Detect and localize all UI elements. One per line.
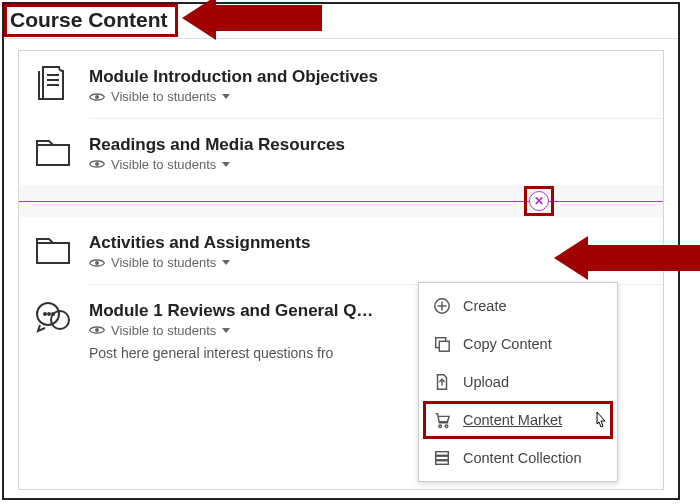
svg-point-10	[52, 313, 54, 315]
content-item-title: Readings and Media Resources	[89, 135, 345, 155]
content-item-description: Post here general interest questions fro	[89, 345, 373, 361]
menu-item-label: Copy Content	[463, 336, 603, 352]
copy-icon	[433, 335, 451, 353]
visibility-toggle[interactable]: Visible to students	[89, 157, 230, 172]
chevron-down-icon	[222, 260, 230, 265]
add-content-menu: Create Copy Content Upload Content Marke…	[418, 282, 618, 482]
content-item-title: Module 1 Reviews and General Q…	[89, 301, 373, 321]
eye-icon	[89, 91, 105, 103]
content-item-title: Module Introduction and Objectives	[89, 67, 378, 87]
svg-point-8	[44, 313, 46, 315]
eye-icon	[89, 257, 105, 269]
document-icon	[33, 63, 73, 103]
menu-item-copy-content[interactable]: Copy Content	[419, 325, 617, 363]
content-item[interactable]: Activities and Assignments Visible to st…	[19, 217, 663, 284]
menu-item-label: Content Collection	[463, 450, 603, 466]
chevron-down-icon	[222, 328, 230, 333]
chevron-down-icon	[222, 94, 230, 99]
plus-circle-icon	[433, 297, 451, 315]
visibility-label: Visible to students	[111, 157, 216, 172]
menu-item-upload[interactable]: Upload	[419, 363, 617, 401]
collection-icon	[433, 449, 451, 467]
svg-point-18	[439, 425, 442, 428]
visibility-toggle[interactable]: Visible to students	[89, 255, 230, 270]
content-item-title: Activities and Assignments	[89, 233, 310, 253]
menu-item-label: Create	[463, 298, 603, 314]
chevron-down-icon	[222, 162, 230, 167]
svg-rect-16	[439, 341, 449, 351]
menu-item-label: Upload	[463, 374, 603, 390]
visibility-toggle[interactable]: Visible to students	[89, 89, 230, 104]
svg-rect-20	[436, 452, 449, 456]
insert-line	[19, 201, 663, 202]
eye-icon	[89, 324, 105, 336]
discussion-icon	[33, 297, 73, 337]
upload-icon	[433, 373, 451, 391]
svg-rect-22	[436, 461, 449, 465]
page-title: Course Content	[10, 8, 168, 32]
menu-item-label: Content Market	[463, 412, 603, 428]
svg-point-3	[95, 95, 99, 99]
insert-zone: ✕	[19, 185, 663, 217]
visibility-toggle[interactable]: Visible to students	[89, 323, 230, 338]
folder-icon	[33, 229, 73, 269]
svg-point-11	[95, 328, 99, 332]
add-content-button[interactable]: ✕	[529, 191, 549, 211]
svg-point-5	[95, 261, 99, 265]
menu-item-content-collection[interactable]: Content Collection	[419, 439, 617, 477]
visibility-label: Visible to students	[111, 323, 216, 338]
content-item[interactable]: Readings and Media Resources Visible to …	[19, 119, 663, 186]
svg-rect-21	[436, 456, 449, 460]
menu-item-content-market[interactable]: Content Market	[419, 401, 617, 439]
svg-point-9	[48, 313, 50, 315]
visibility-label: Visible to students	[111, 255, 216, 270]
market-icon	[433, 411, 451, 429]
visibility-label: Visible to students	[111, 89, 216, 104]
svg-point-19	[445, 425, 448, 428]
folder-icon	[33, 131, 73, 171]
content-item[interactable]: Module Introduction and Objectives Visib…	[19, 51, 663, 118]
menu-item-create[interactable]: Create	[419, 287, 617, 325]
eye-icon	[89, 158, 105, 170]
svg-point-4	[95, 162, 99, 166]
